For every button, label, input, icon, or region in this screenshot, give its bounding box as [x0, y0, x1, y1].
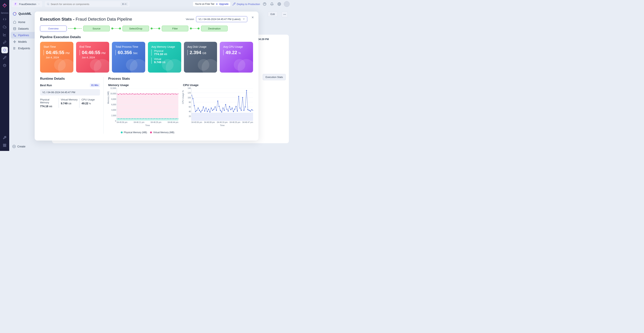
metric-virtual: Virtual Memory 9.749 GB [58, 98, 79, 108]
svg-point-79 [118, 118, 119, 119]
svg-point-17 [15, 41, 16, 42]
svg-point-157 [232, 108, 233, 109]
duration-badge: 01 Min [90, 83, 100, 87]
svg-point-40 [120, 93, 120, 94]
svg-point-72 [170, 94, 171, 95]
svg-point-53 [140, 93, 141, 94]
rail-chart-icon[interactable] [1, 31, 8, 38]
svg-point-127 [192, 98, 193, 99]
svg-point-51 [137, 93, 138, 94]
version-label: Version [186, 18, 194, 20]
deploy-button[interactable]: Deploy to Production [232, 2, 260, 5]
project-selector[interactable]: F FraudDetection [12, 1, 42, 7]
svg-point-111 [168, 118, 169, 119]
rail-tools-icon[interactable] [1, 134, 8, 141]
svg-point-73 [172, 93, 172, 94]
svg-point-99 [150, 118, 150, 119]
rail-cloud-icon[interactable] [1, 24, 8, 30]
svg-point-161 [237, 111, 238, 112]
svg-point-158 [233, 111, 234, 112]
metric-cpu: CPU Usage 49.22 % [79, 98, 100, 108]
svg-point-22 [279, 4, 280, 4]
avatar[interactable] [284, 1, 290, 7]
svg-point-110 [167, 118, 168, 119]
svg-point-132 [199, 110, 200, 111]
svg-point-91 [137, 118, 138, 119]
help-icon[interactable] [262, 1, 267, 7]
modal-title: Execution Stats - Fraud Detection Data P… [40, 17, 132, 22]
svg-point-75 [175, 93, 176, 94]
run-name-box: V1 / 04-06-2024 04:45:47 PM [40, 89, 100, 95]
svg-point-106 [160, 118, 162, 119]
create-button[interactable]: Create [12, 145, 26, 148]
svg-point-171 [250, 111, 251, 112]
topbar: F FraudDetection ⌘+K You're on Free Tier… [9, 0, 292, 8]
svg-point-156 [230, 109, 231, 110]
rail-link-icon[interactable] [1, 39, 8, 46]
svg-point-148 [220, 110, 221, 111]
stat-cards: Start Time 04:45:55PM Jun 4, 2024 End Ti… [40, 42, 253, 72]
svg-point-43 [124, 93, 125, 94]
svg-point-61 [152, 93, 154, 94]
icon-rail: Services [0, 0, 9, 151]
bell-icon[interactable] [269, 1, 274, 7]
upgrade-link[interactable]: Upgrade [219, 3, 228, 5]
svg-point-44 [126, 93, 127, 94]
svg-point-115 [175, 118, 176, 119]
memory-chart: Memory Usage Memory (MB) 02,0004,0006,00… [108, 83, 178, 134]
card-disk: Avg Disk Usage 2.394GB [184, 42, 217, 72]
svg-rect-7 [3, 146, 4, 147]
svg-point-164 [241, 110, 242, 111]
more-button[interactable] [282, 11, 288, 17]
svg-point-96 [145, 118, 146, 119]
search-shortcut: ⌘+K [121, 2, 128, 6]
svg-point-135 [203, 106, 204, 107]
stage-filter[interactable]: Filter [162, 25, 188, 31]
search-input-wrap[interactable]: ⌘+K [45, 1, 130, 7]
svg-point-59 [150, 93, 150, 94]
edit-button[interactable]: Edit [268, 11, 278, 17]
execution-stats-button[interactable]: Execution Stats [263, 74, 286, 80]
stage-select-drop[interactable]: Select/Drop [122, 25, 149, 31]
svg-point-83 [124, 118, 125, 119]
svg-point-56 [145, 94, 146, 95]
svg-point-82 [123, 118, 124, 119]
stage-destination[interactable]: Destination [201, 25, 228, 31]
project-badge: F [14, 2, 18, 6]
svg-point-16 [14, 42, 15, 43]
svg-point-93 [140, 118, 141, 119]
card-cpu: Avg CPU Usage 49.22% [220, 42, 253, 72]
rail-rocket-icon[interactable] [1, 54, 8, 61]
version-select[interactable]: V1 / 04-06-2024 04:45:47 PM (Latest) [196, 16, 247, 22]
gear-icon[interactable] [276, 1, 282, 7]
close-icon[interactable] [251, 16, 254, 19]
svg-point-74 [173, 93, 174, 94]
svg-point-70 [167, 93, 168, 94]
svg-point-100 [151, 118, 152, 119]
svg-rect-118 [192, 113, 253, 121]
svg-point-25 [285, 14, 286, 15]
svg-point-128 [194, 105, 195, 106]
svg-point-170 [249, 110, 250, 111]
svg-point-48 [132, 93, 133, 94]
rail-apps-icon[interactable] [1, 142, 8, 149]
svg-point-3 [4, 65, 4, 65]
stage-source[interactable]: Source [83, 25, 110, 31]
svg-point-10 [15, 12, 16, 13]
svg-point-108 [164, 118, 165, 119]
svg-rect-5 [3, 144, 4, 145]
svg-point-105 [159, 118, 160, 119]
svg-point-129 [195, 111, 196, 112]
svg-point-159 [234, 109, 235, 110]
svg-point-147 [218, 106, 220, 107]
svg-point-150 [222, 108, 224, 109]
svg-point-155 [229, 106, 230, 107]
search-input[interactable] [51, 3, 121, 5]
stage-overview[interactable]: Overview [40, 25, 67, 31]
details-heading: Pipeline Execution Details [40, 35, 253, 39]
rail-code-icon[interactable] [1, 16, 8, 22]
card-start-time: Start Time 04:45:55PM Jun 4, 2024 [40, 42, 73, 72]
svg-point-97 [146, 118, 147, 119]
rail-bot-icon[interactable] [1, 62, 8, 69]
rail-ml-icon[interactable] [1, 47, 8, 53]
